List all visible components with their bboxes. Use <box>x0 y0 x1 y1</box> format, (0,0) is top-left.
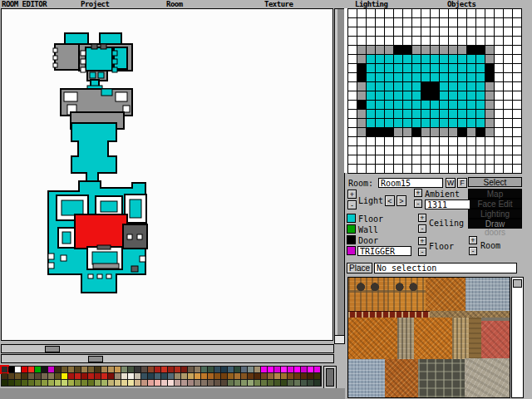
grid-cell[interactable] <box>485 128 495 137</box>
grid-cell[interactable] <box>431 55 440 64</box>
map-shape-notch[interactable] <box>88 274 93 278</box>
palette-swatch[interactable] <box>28 367 34 372</box>
grid-cell[interactable] <box>467 128 476 137</box>
grid-cell[interactable] <box>412 146 421 155</box>
palette-swatch[interactable] <box>148 373 154 379</box>
grid-cell[interactable] <box>485 137 495 146</box>
grid-cell[interactable] <box>504 128 513 137</box>
palette-swatch[interactable] <box>181 373 187 379</box>
grid-cell[interactable] <box>431 119 440 128</box>
palette-swatch[interactable] <box>301 380 307 386</box>
grid-cell[interactable] <box>495 91 504 101</box>
grid-cell[interactable] <box>357 9 367 18</box>
grid-cell[interactable] <box>376 18 385 27</box>
grid-cell[interactable] <box>412 46 421 55</box>
grid-cell[interactable] <box>421 165 431 174</box>
grid-cell[interactable] <box>357 46 367 55</box>
grid-cell[interactable] <box>485 165 495 174</box>
room-tile-grid[interactable] <box>347 8 522 174</box>
grid-cell[interactable] <box>513 64 522 73</box>
grid-cell[interactable] <box>449 27 458 37</box>
palette-swatch[interactable] <box>308 380 313 386</box>
palette-swatch[interactable] <box>35 380 41 386</box>
grid-cell[interactable] <box>385 146 394 155</box>
map-shape-room-floor[interactable] <box>62 232 71 244</box>
grid-cell[interactable] <box>513 46 522 55</box>
select-button[interactable]: Select <box>468 177 522 187</box>
map-shape-room-floor[interactable] <box>130 200 141 218</box>
grid-cell[interactable] <box>513 91 522 101</box>
grid-cell[interactable] <box>348 146 357 155</box>
palette-swatch[interactable] <box>115 373 121 379</box>
grid-cell[interactable] <box>412 64 421 73</box>
palette-swatch[interactable] <box>188 367 194 372</box>
map-shape-notch[interactable] <box>48 263 54 268</box>
grid-cell[interactable] <box>394 82 403 91</box>
grid-cell[interactable] <box>485 46 495 55</box>
grid-cell[interactable] <box>412 55 421 64</box>
palette-swatch[interactable] <box>81 380 87 386</box>
ceiling-minus-button[interactable]: - <box>418 224 426 233</box>
grid-cell[interactable] <box>348 155 357 165</box>
grid-cell[interactable] <box>403 110 412 119</box>
grid-cell[interactable] <box>385 165 394 174</box>
texture-tile-beige-stone[interactable] <box>465 358 510 397</box>
grid-cell[interactable] <box>348 73 357 82</box>
scrollbar-thumb[interactable] <box>513 279 522 288</box>
texture-tile-aztec-face-tile[interactable] <box>387 278 426 311</box>
palette-swatch[interactable] <box>201 380 207 386</box>
palette-swatch[interactable] <box>241 380 247 386</box>
grid-cell[interactable] <box>431 155 440 165</box>
palette-swatch[interactable] <box>155 373 160 379</box>
grid-cell[interactable] <box>367 9 376 18</box>
grid-cell[interactable] <box>440 37 449 46</box>
texture-tile-mosaic-tile[interactable] <box>466 278 510 311</box>
grid-cell[interactable] <box>504 55 513 64</box>
palette-swatch[interactable] <box>121 380 127 386</box>
grid-cell[interactable] <box>476 9 485 18</box>
palette-swatch[interactable] <box>2 380 7 386</box>
grid-cell[interactable] <box>440 46 449 55</box>
palette-swatch[interactable] <box>241 373 247 379</box>
grid-cell[interactable] <box>385 64 394 73</box>
grid-cell[interactable] <box>348 9 357 18</box>
grid-cell[interactable] <box>485 101 495 110</box>
grid-cell[interactable] <box>403 128 412 137</box>
texture-tile-greek-key-dark[interactable] <box>418 359 465 397</box>
lighting-button[interactable]: Lighting <box>468 209 522 219</box>
grid-cell[interactable] <box>458 119 467 128</box>
map-horizontal-scrollbar-1[interactable] <box>1 344 334 353</box>
grid-cell[interactable] <box>504 18 513 27</box>
palette-swatch[interactable] <box>254 373 260 379</box>
wall-mode-button[interactable]: W <box>446 178 456 188</box>
grid-cell[interactable] <box>385 27 394 37</box>
grid-cell[interactable] <box>495 55 504 64</box>
palette-swatch[interactable] <box>108 373 114 379</box>
grid-cell[interactable] <box>357 82 367 91</box>
grid-cell[interactable] <box>485 146 495 155</box>
grid-cell[interactable] <box>467 110 476 119</box>
grid-cell[interactable] <box>376 64 385 73</box>
palette-swatch[interactable] <box>201 367 207 372</box>
grid-cell[interactable] <box>495 46 504 55</box>
map-shape-hole[interactable] <box>140 256 145 262</box>
grid-cell[interactable] <box>467 18 476 27</box>
grid-cell[interactable] <box>449 110 458 119</box>
grid-cell[interactable] <box>476 119 485 128</box>
grid-cell[interactable] <box>412 27 421 37</box>
grid-cell[interactable] <box>357 55 367 64</box>
palette-swatch[interactable] <box>128 373 134 379</box>
palette-swatch[interactable] <box>188 373 194 379</box>
grid-cell[interactable] <box>495 155 504 165</box>
grid-cell[interactable] <box>495 110 504 119</box>
palette-swatch[interactable] <box>95 380 101 386</box>
map-shape-hole[interactable] <box>81 59 86 64</box>
grid-cell[interactable] <box>504 110 513 119</box>
grid-cell[interactable] <box>385 46 394 55</box>
texture-tile-red-stone-tile[interactable] <box>481 321 510 358</box>
grid-cell[interactable] <box>504 137 513 146</box>
palette-swatch[interactable] <box>2 367 7 372</box>
grid-cell[interactable] <box>440 55 449 64</box>
palette-swatch[interactable] <box>308 367 313 372</box>
grid-cell[interactable] <box>504 165 513 174</box>
